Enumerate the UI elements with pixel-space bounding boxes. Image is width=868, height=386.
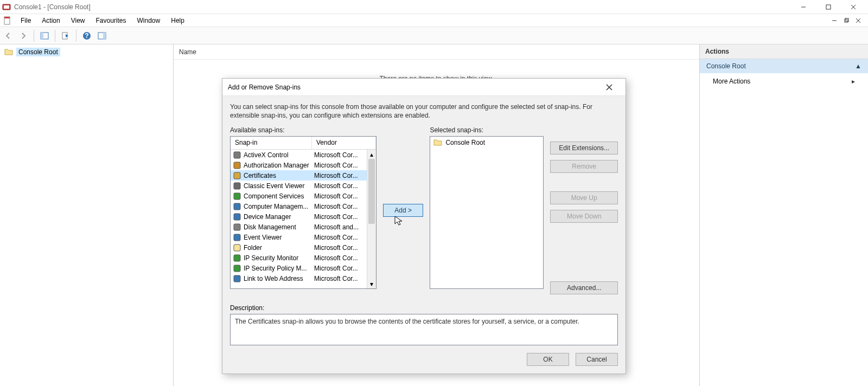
svg-rect-24 [234,255,240,261]
column-header-snapin[interactable]: Snap-in [231,137,312,149]
move-down-button[interactable]: Move Down [550,210,618,223]
close-icon [606,84,612,91]
dialog-intro-text: You can select snap-ins for this console… [230,102,618,120]
snapin-row[interactable]: Computer Managem...Microsoft Cor... [231,201,367,211]
snapin-vendor: Microsoft Cor... [314,244,365,252]
snapin-icon [233,192,241,201]
ok-button[interactable]: OK [527,353,569,366]
column-header-vendor[interactable]: Vendor [312,137,376,149]
remove-label: Remove [572,163,596,170]
snapin-name: Folder [244,244,314,252]
folder-icon [433,138,442,147]
snapin-row[interactable]: Event ViewerMicrosoft Cor... [231,232,367,242]
svg-rect-14 [234,152,240,158]
description-text: The Certificates snap-in allows you to b… [235,318,579,325]
snapin-name: Device Manager [244,213,314,221]
svg-rect-15 [234,162,240,169]
dialog-close-button[interactable] [598,80,620,95]
advanced-label: Advanced... [567,284,601,292]
snapin-icon [233,254,241,262]
snapin-name: IP Security Monitor [244,254,314,262]
scroll-track[interactable] [367,159,376,279]
dialog-title: Add or Remove Snap-ins [228,83,301,91]
snapin-name: Disk Management [244,223,314,231]
snapin-icon [233,161,241,170]
snapin-name: ActiveX Control [244,151,314,159]
snapin-row[interactable]: Link to Web AddressMicrosoft Cor... [231,273,367,284]
svg-rect-25 [234,265,240,272]
snapin-row[interactable]: Device ManagerMicrosoft Cor... [231,211,367,222]
snapin-icon [233,213,241,221]
remove-button[interactable]: Remove [550,160,618,173]
snapin-vendor: Microsoft Cor... [314,151,365,159]
snapin-name: Classic Event Viewer [244,182,314,190]
add-button-label: Add > [394,207,412,214]
snapin-name: Computer Managem... [244,203,314,210]
snapin-row[interactable]: ActiveX ControlMicrosoft Cor... [231,150,367,160]
svg-rect-21 [234,224,240,230]
snapin-vendor: Microsoft Cor... [314,213,365,221]
svg-rect-18 [234,193,240,200]
snapin-row[interactable]: Authorization ManagerMicrosoft Cor... [231,160,367,170]
svg-rect-23 [234,245,240,251]
move-up-button[interactable]: Move Up [550,191,618,204]
selected-item-console-root[interactable]: Console Root [431,138,542,147]
snapin-icon [233,264,241,273]
scroll-up-button[interactable]: ▴ [367,150,376,159]
snapin-vendor: Microsoft Cor... [314,275,365,282]
snapin-name: Component Services [244,192,314,200]
scrollbar[interactable]: ▴ ▾ [367,150,376,288]
svg-rect-20 [234,214,240,220]
edit-extensions-label: Edit Extensions... [559,144,609,152]
selected-snapins-label: Selected snap-ins: [430,126,544,134]
snapin-row[interactable]: Component ServicesMicrosoft Cor... [231,191,367,201]
snapin-vendor: Microsoft Cor... [314,172,365,179]
snapin-vendor: Microsoft Cor... [314,254,365,262]
snapin-name: IP Security Policy M... [244,265,314,272]
move-down-label: Move Down [567,213,601,220]
snapin-row[interactable]: CertificatesMicrosoft Cor... [231,170,367,181]
snapin-row[interactable]: Disk ManagementMicrosoft and... [231,222,367,232]
snapin-name: Authorization Manager [244,162,314,169]
svg-rect-26 [234,275,240,282]
move-up-label: Move Up [571,194,597,202]
snapin-vendor: Microsoft Cor... [314,192,365,200]
snapin-icon [233,223,241,231]
snapin-icon [233,171,241,180]
snapin-vendor: Microsoft Cor... [314,162,365,169]
scroll-thumb[interactable] [368,159,375,224]
edit-extensions-button[interactable]: Edit Extensions... [550,141,618,155]
cancel-button[interactable]: Cancel [576,353,618,366]
modal-overlay: Add or Remove Snap-ins You can select sn… [0,0,868,386]
snapin-row[interactable]: Classic Event ViewerMicrosoft Cor... [231,181,367,191]
description-label: Description: [230,304,618,312]
description-box: The Certificates snap-in allows you to b… [230,314,618,345]
selected-snapins-list[interactable]: Console Root [430,136,544,289]
add-remove-snapins-dialog: Add or Remove Snap-ins You can select sn… [222,78,626,374]
snapin-icon [233,274,241,283]
svg-rect-17 [234,183,240,189]
snapin-row[interactable]: IP Security MonitorMicrosoft Cor... [231,253,367,263]
scroll-down-button[interactable]: ▾ [367,279,376,288]
snapin-icon [233,243,241,252]
snapin-vendor: Microsoft Cor... [314,265,365,272]
advanced-button[interactable]: Advanced... [550,281,618,294]
dialog-titlebar[interactable]: Add or Remove Snap-ins [222,79,626,96]
available-snapins-list[interactable]: Snap-in Vendor ActiveX ControlMicrosoft … [230,136,376,289]
svg-rect-19 [234,203,240,210]
svg-rect-16 [234,172,240,179]
snapin-vendor: Microsoft Cor... [314,203,365,210]
snapin-name: Certificates [244,172,314,179]
available-snapins-label: Available snap-ins: [230,126,376,134]
selected-item-label: Console Root [445,139,485,146]
snapin-row[interactable]: FolderMicrosoft Cor... [231,242,367,253]
snapin-name: Link to Web Address [244,275,314,282]
snapin-row[interactable]: IP Security Policy M...Microsoft Cor... [231,263,367,273]
snapin-vendor: Microsoft Cor... [314,234,365,241]
snapin-icon [233,202,241,211]
snapin-name: Event Viewer [244,234,314,241]
snapin-icon [233,233,241,242]
snapin-vendor: Microsoft Cor... [314,182,365,190]
add-button[interactable]: Add > [383,204,423,217]
ok-label: OK [543,356,552,363]
